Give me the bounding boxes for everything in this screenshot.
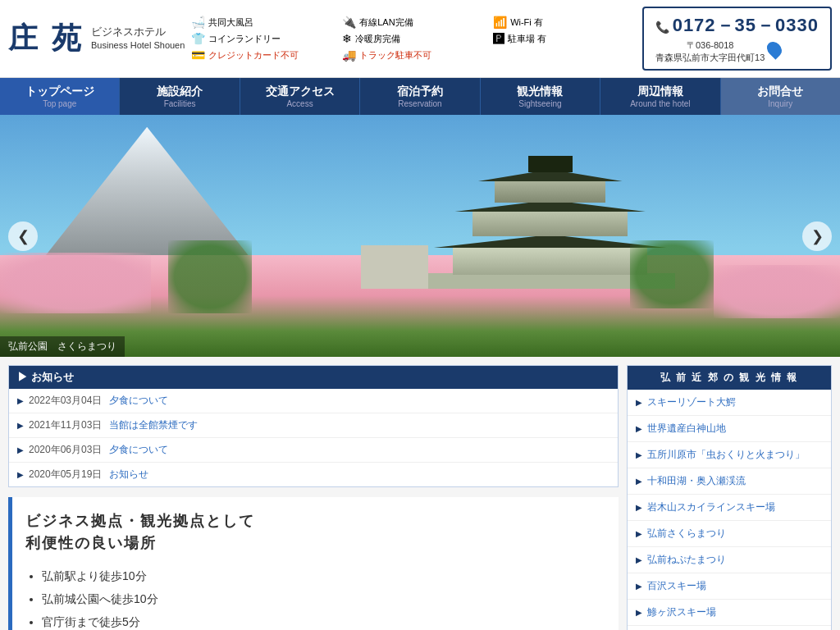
sight-arrow-3: ▶: [636, 450, 642, 459]
nav-access-en: Access: [244, 99, 356, 108]
phone-number: 0172－35－0330: [673, 15, 819, 35]
lan-label: 有線LAN完備: [359, 16, 413, 29]
green-tree-l: [168, 240, 252, 313]
notice-link-1[interactable]: 夕食について: [109, 394, 168, 408]
sight-item-8[interactable]: ▶ 百沢スキー場: [628, 573, 831, 600]
sight-text-1: スキーリゾート大鰐: [647, 395, 736, 409]
amenity-lan: 有線LAN完備: [342, 15, 485, 30]
nav-access-jp: 交通アクセス: [244, 84, 356, 99]
nav-inquiry-en: Inquiry: [724, 99, 837, 108]
notice-link-3[interactable]: 夕食について: [109, 443, 168, 457]
cherry-tree-l: [0, 253, 151, 313]
nav-facilities-en: Facilities: [123, 99, 235, 108]
address-text: 青森県弘前市大字田代町13: [655, 52, 765, 64]
bath-label: 共同大風呂: [208, 16, 253, 29]
nav-sightseeing[interactable]: 観光情報 Sightseeing: [481, 78, 600, 115]
map-pin-icon[interactable]: [765, 39, 785, 59]
sight-item-1[interactable]: ▶ スキーリゾート大鰐: [628, 390, 831, 416]
green-tree-r: [630, 240, 714, 308]
laundry-label: コインランドリー: [208, 33, 281, 45]
sight-item-6[interactable]: ▶ 弘前さくらまつり: [628, 521, 831, 547]
nav-inquiry[interactable]: お問合せ Inquiry: [721, 78, 840, 115]
sight-text-6: 弘前さくらまつり: [647, 527, 726, 541]
nav-facilities[interactable]: 施設紹介 Facilities: [120, 78, 240, 115]
notice-item-1: ▶ 2022年03月04日 夕食について: [9, 389, 618, 413]
fridge-label: 冷暖房完備: [355, 33, 400, 45]
sight-arrow-4: ▶: [636, 477, 642, 486]
castle-walls-t2: [472, 209, 628, 235]
sight-item-2[interactable]: ▶ 世界遺産白神山地: [628, 416, 831, 442]
parking-label: 駐車場 有: [508, 33, 546, 45]
access-list: 弘前駅より徒歩10分 弘前城公園へ徒歩10分 官庁街まで徒歩5分: [25, 564, 605, 630]
sightseeing-box: 弘 前 近 郊 の 観 光 情 報 ▶ スキーリゾート大鰐 ▶ 世界遺産白神山地…: [627, 365, 832, 630]
notice-item-3: ▶ 2020年06月03日 夕食について: [9, 438, 618, 463]
address-area: 〒036-8018 青森県弘前市大字田代町13: [655, 39, 819, 64]
logo-name: Business Hotel Shouen: [91, 39, 185, 52]
notice-arrow-4: ▶: [17, 470, 24, 479]
castle-walls-t1: [453, 245, 647, 275]
sight-text-9: 鯵ヶ沢スキー場: [647, 605, 716, 619]
amenity-parking: 駐車場 有: [493, 31, 636, 46]
nav-access[interactable]: 交通アクセス Access: [240, 78, 360, 115]
sight-text-3: 五所川原市「虫おくりと火まつり」: [647, 448, 805, 462]
wifi-icon: [493, 16, 507, 29]
nav-facilities-jp: 施設紹介: [123, 84, 235, 99]
sight-item-3[interactable]: ▶ 五所川原市「虫おくりと火まつり」: [628, 442, 831, 468]
nav-inquiry-jp: お問合せ: [724, 84, 837, 99]
laundry-icon: [191, 32, 205, 45]
hero-image: [0, 115, 840, 357]
sight-text-7: 弘前ねぷたまつり: [647, 553, 726, 567]
notice-box: お知らせ ▶ 2022年03月04日 夕食について ▶ 2021年11月03日 …: [8, 365, 619, 487]
amenity-fridge: 冷暖房完備: [342, 31, 485, 46]
sight-arrow-7: ▶: [636, 555, 642, 564]
hero-next-button[interactable]: ❯: [802, 221, 832, 251]
sight-item-7[interactable]: ▶ 弘前ねぷたまつり: [628, 547, 831, 573]
logo-text: ビジネスホテル Business Hotel Shouen: [91, 25, 185, 52]
main-heading: ビジネス拠点・観光拠点として利便性の良い場所: [25, 510, 605, 555]
sight-arrow-6: ▶: [636, 529, 642, 538]
sight-arrow-1: ▶: [636, 398, 642, 407]
notice-arrow-3: ▶: [17, 445, 24, 454]
castle-walls-t3: [495, 179, 605, 203]
sight-item-9[interactable]: ▶ 鯵ヶ沢スキー場: [628, 600, 831, 626]
main-content: お知らせ ▶ 2022年03月04日 夕食について ▶ 2021年11月03日 …: [0, 357, 840, 630]
nav-reservation-jp: 宿泊予約: [363, 84, 476, 99]
sight-arrow-5: ▶: [636, 503, 642, 512]
notice-item-2: ▶ 2021年11月03日 当館は全館禁煙です: [9, 413, 618, 438]
nav-reservation[interactable]: 宿泊予約 Reservation: [360, 78, 480, 115]
amenity-bath: 共同大風呂: [191, 15, 334, 30]
nav-top[interactable]: トップページ Top page: [0, 78, 120, 115]
bath-icon: [191, 16, 205, 29]
sight-arrow-8: ▶: [636, 582, 642, 591]
notice-link-4[interactable]: お知らせ: [109, 468, 148, 482]
notice-arrow-1: ▶: [17, 396, 24, 405]
hero-prev-button[interactable]: ❮: [8, 221, 38, 251]
amenities-grid: 共同大風呂 有線LAN完備 Wi-Fi 有 コインランドリー 冷暖房完備 駐車場…: [191, 15, 636, 62]
sight-item-10[interactable]: ▶ 黒石市「こみせ」（小見世）: [628, 626, 831, 630]
sight-arrow-9: ▶: [636, 608, 642, 617]
wifi-label: Wi-Fi 有: [510, 16, 543, 29]
sightseeing-title: 弘 前 近 郊 の 観 光 情 報: [628, 366, 831, 390]
sight-item-4[interactable]: ▶ 十和田湖・奥入瀬渓流: [628, 468, 831, 495]
sight-item-5[interactable]: ▶ 岩木山スカイラインスキー場: [628, 495, 831, 521]
truck-icon: [342, 48, 356, 62]
sight-text-5: 岩木山スカイラインスキー場: [647, 500, 775, 514]
phone-icon: [655, 21, 669, 34]
logo-kanji: 庄 苑: [8, 19, 84, 59]
main-nav: トップページ Top page 施設紹介 Facilities 交通アクセス A…: [0, 78, 840, 115]
notice-arrow-2: ▶: [17, 421, 24, 430]
fridge-icon: [342, 32, 352, 45]
nav-sightseeing-jp: 観光情報: [484, 84, 596, 99]
notice-link-2[interactable]: 当館は全館禁煙です: [109, 418, 198, 432]
nav-around[interactable]: 周辺情報 Around the hotel: [600, 78, 720, 115]
truck-label: トラック駐車不可: [359, 49, 431, 62]
amenity-empty: [493, 48, 636, 62]
address-block: 〒036-8018 青森県弘前市大字田代町13: [655, 39, 765, 64]
lan-icon: [342, 16, 356, 29]
sight-text-2: 世界遺産白神山地: [647, 422, 726, 436]
sightseeing-sidebar: 弘 前 近 郊 の 観 光 情 報 ▶ スキーリゾート大鰐 ▶ 世界遺産白神山地…: [627, 365, 832, 630]
amenity-truck: トラック駐車不可: [342, 48, 485, 62]
nav-reservation-en: Reservation: [363, 99, 476, 108]
notice-date-1: 2022年03月04日: [29, 394, 103, 408]
sight-text-8: 百沢スキー場: [647, 579, 706, 593]
